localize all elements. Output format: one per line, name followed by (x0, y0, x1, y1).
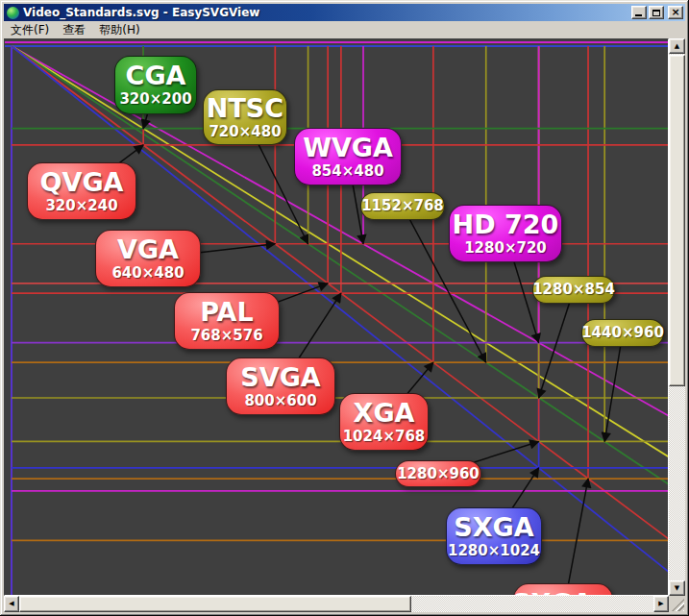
standard-name: CGA (126, 62, 186, 88)
bubble-1280-854: 1280×854 (532, 276, 615, 304)
app-icon[interactable] (7, 7, 19, 19)
standard-name: NTSC (207, 95, 283, 121)
app-window: Video_Standards.svg - EasySVGView × 文件(F… (0, 0, 689, 616)
video-standards-diagram (5, 39, 668, 595)
title-bar[interactable]: Video_Standards.svg - EasySVGView × (4, 4, 685, 21)
standard-resolution: 1280×1024 (448, 543, 540, 559)
standard-resolution: 800×600 (244, 393, 316, 409)
standard-resolution: 320×200 (119, 91, 191, 108)
bubble-qvga: QVGA320×240 (27, 162, 136, 220)
bubble-wvga: WVGA854×480 (294, 128, 402, 185)
arrow-up-icon: ▲ (675, 43, 679, 50)
menu-view[interactable]: 查看 (56, 21, 92, 39)
bubble-1440-960: 1440×960 (581, 319, 664, 347)
close-icon: × (671, 8, 679, 17)
standard-name: QVGA (40, 169, 124, 195)
standard-resolution: 1280×720 (464, 240, 547, 257)
standard-resolution: 640×480 (111, 265, 184, 282)
arrow-left-icon: ◀ (9, 601, 13, 607)
standard-name: PAL (200, 299, 253, 325)
scroll-up-button[interactable]: ▲ (669, 38, 685, 54)
bubble-1280-960: 1280×960 (395, 460, 481, 487)
minimize-button[interactable] (631, 6, 647, 19)
bubble-sxga: SXGA1280×1024 (446, 507, 542, 565)
resize-grip[interactable] (669, 596, 685, 612)
standard-name: VGA (117, 236, 179, 262)
standard-resolution: 1280×854 (532, 282, 615, 298)
standard-name: XGA (354, 400, 415, 426)
bubble-vga: VGA640×480 (95, 230, 201, 287)
horizontal-scrollbar[interactable]: ◀ ▶ (4, 596, 669, 612)
svg-border-lines (5, 42, 668, 595)
standard-resolution: 768×576 (190, 328, 262, 344)
bubble-pal: PAL768×576 (174, 292, 280, 350)
standard-resolution: 1440×960 (581, 325, 664, 341)
menu-bar: 文件(F) 查看 帮助(H) (4, 22, 685, 38)
minimize-icon (635, 14, 642, 16)
bubble-sxga: SXGA+1400×1050 (513, 583, 613, 596)
scroll-down-button[interactable]: ▼ (669, 580, 685, 596)
bubble-1152-768: 1152×768 (360, 192, 445, 220)
scroll-right-button[interactable]: ▶ (653, 596, 669, 612)
bubble-ntsc: NTSC720×480 (203, 89, 287, 145)
horizontal-scrollbar-thumb[interactable] (19, 596, 411, 612)
standard-name: HD 720 (453, 211, 559, 237)
standard-name: SVGA (240, 364, 320, 390)
vertical-scrollbar-thumb[interactable] (669, 55, 685, 386)
standard-resolution: 1280×960 (397, 466, 480, 482)
close-button[interactable]: × (668, 6, 683, 19)
arrow-right-icon: ▶ (658, 601, 663, 607)
menu-file[interactable]: 文件(F) (4, 21, 56, 39)
bubble-svga: SVGA800×600 (226, 357, 335, 415)
maximize-button[interactable] (649, 6, 664, 19)
standard-resolution: 1024×768 (343, 429, 426, 445)
vertical-scrollbar[interactable]: ▲ ▼ (669, 38, 685, 596)
maximize-icon (652, 10, 660, 16)
standard-resolution: 320×240 (45, 198, 117, 214)
menu-help[interactable]: 帮助(H) (92, 21, 146, 39)
bubble-hd-720: HD 7201280×720 (449, 205, 562, 262)
standard-resolution: 720×480 (209, 124, 281, 140)
bubble-cga: CGA320×200 (114, 56, 197, 114)
standard-name: WVGA (303, 135, 393, 160)
svg-document-canvas[interactable]: CGA320×200NTSC720×480WVGA854×480QVGA320×… (4, 38, 669, 596)
standard-name: SXGA (454, 514, 533, 540)
arrow-down-icon: ▼ (675, 585, 679, 592)
scroll-left-button[interactable]: ◀ (4, 596, 19, 612)
window-title: Video_Standards.svg - EasySVGView (23, 6, 629, 19)
standard-resolution: 1152×768 (361, 198, 444, 214)
standard-resolution: 854×480 (311, 163, 383, 180)
bubble-xga: XGA1024×768 (339, 393, 429, 451)
